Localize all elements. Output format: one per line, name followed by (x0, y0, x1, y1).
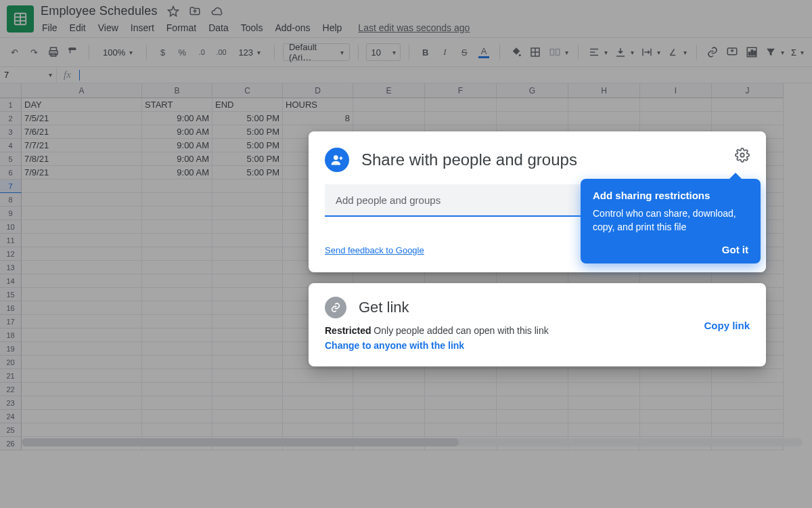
get-link-card: Get link Restricted Only people added ca… (309, 283, 766, 366)
share-dialog-title: Share with people and groups (361, 150, 577, 169)
link-icon (325, 297, 346, 318)
add-people-input[interactable] (325, 184, 582, 217)
svg-point-28 (740, 153, 744, 157)
share-dialog: Share with people and groups Send feedba… (309, 131, 766, 272)
sharing-restrictions-tooltip: Add sharing restrictions Control who can… (581, 179, 761, 263)
svg-point-27 (334, 155, 338, 160)
person-add-icon (325, 148, 349, 172)
change-link-access-button[interactable]: Change to anyone with the link (325, 340, 464, 351)
tooltip-body: Control who can share, download, copy, a… (593, 207, 748, 234)
share-settings-button[interactable] (734, 146, 751, 164)
tooltip-title: Add sharing restrictions (593, 190, 748, 201)
got-it-button[interactable]: Got it (593, 244, 748, 255)
link-access-status: Restricted Only people added can open wi… (325, 325, 750, 336)
copy-link-button[interactable]: Copy link (704, 319, 750, 331)
send-feedback-link[interactable]: Send feedback to Google (325, 245, 424, 255)
get-link-title: Get link (359, 299, 409, 316)
